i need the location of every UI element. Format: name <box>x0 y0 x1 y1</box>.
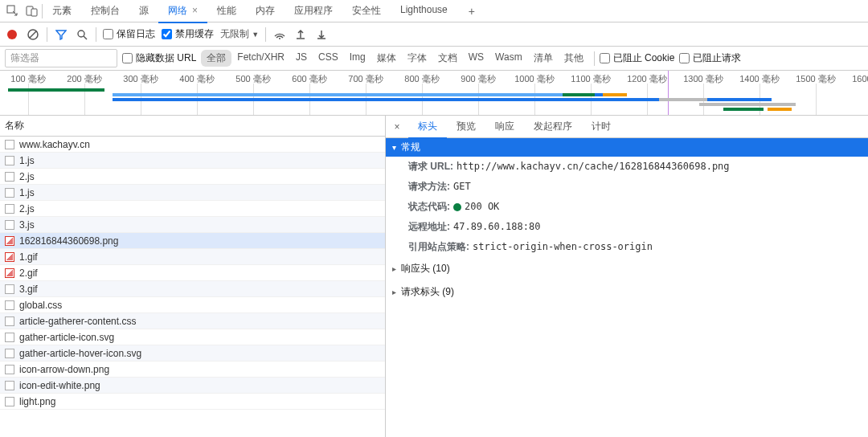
filter-chip-Wasm[interactable]: Wasm <box>489 50 528 67</box>
filter-chip-CSS[interactable]: CSS <box>313 50 344 67</box>
filter-chip-JS[interactable]: JS <box>290 50 313 67</box>
separator <box>265 27 266 42</box>
devtools-tab-源[interactable]: 源 <box>129 0 158 22</box>
details-tab-标头[interactable]: 标头 <box>408 115 447 138</box>
request-row[interactable]: www.kachayv.cn <box>0 137 385 153</box>
request-row[interactable]: icon-arrow-down.png <box>0 361 385 378</box>
network-filter-bar: 筛选器 隐藏数据 URL 全部Fetch/XHRJSCSSImg媒体字体文档WS… <box>0 47 868 71</box>
filter-chip-字体[interactable]: 字体 <box>402 50 432 67</box>
request-name: icon-edit-white.png <box>19 380 100 391</box>
filter-chip-媒体[interactable]: 媒体 <box>371 50 402 67</box>
column-header-name[interactable]: 名称 <box>0 116 385 137</box>
filter-chip-全部[interactable]: 全部 <box>201 50 231 67</box>
filter-chip-其他[interactable]: 其他 <box>559 50 589 67</box>
disable-cache-checkbox[interactable]: 禁用缓存 <box>162 27 214 41</box>
devtools-tabs-bar: 元素控制台源网络×性能内存应用程序安全性Lighthouse + <box>0 0 868 22</box>
devtools-tab-Lighthouse[interactable]: Lighthouse <box>391 0 457 22</box>
file-type-icon <box>5 317 14 326</box>
chevron-down-icon: ▼ <box>252 31 259 39</box>
devtools-tab-性能[interactable]: 性能 <box>207 0 246 22</box>
request-list-pane: 名称 www.kachayv.cn1.js2.js1.js2.js3.js162… <box>0 116 386 437</box>
request-row[interactable]: 3.gif <box>0 281 385 297</box>
separator <box>594 51 595 66</box>
separator <box>47 27 47 42</box>
request-name: 3.gif <box>19 284 38 295</box>
request-row[interactable]: gather-article-hover-icon.svg <box>0 345 385 361</box>
filter-chip-Img[interactable]: Img <box>344 50 371 67</box>
close-details-button[interactable]: × <box>386 121 408 133</box>
request-name: 3.js <box>19 219 35 231</box>
request-row[interactable]: 1.js <box>0 153 385 169</box>
details-tab-响应[interactable]: 响应 <box>485 115 524 138</box>
filter-chip-清单[interactable]: 清单 <box>528 50 559 67</box>
file-type-icon <box>5 333 14 342</box>
devtools-tab-网络[interactable]: 网络× <box>158 0 207 22</box>
request-row[interactable]: 1.gif <box>0 249 385 265</box>
filter-input[interactable]: 筛选器 <box>5 49 117 67</box>
network-split-view: 名称 www.kachayv.cn1.js2.js1.js2.js3.js162… <box>0 116 868 437</box>
request-row[interactable]: 2.js <box>0 201 385 217</box>
details-tab-预览[interactable]: 预览 <box>447 115 485 138</box>
record-button[interactable] <box>5 27 19 42</box>
disable-cache-label: 禁用缓存 <box>175 27 214 41</box>
devtools-tab-安全性[interactable]: 安全性 <box>342 0 391 22</box>
details-tab-发起程序[interactable]: 发起程序 <box>524 115 582 138</box>
filter-chip-Fetch/XHR[interactable]: Fetch/XHR <box>231 50 290 67</box>
request-row[interactable]: gather-article-icon.svg <box>0 329 385 345</box>
timeline-bar <box>603 93 627 96</box>
preserve-log-checkbox[interactable]: 保留日志 <box>103 27 155 41</box>
request-headers-section[interactable]: 请求标头 (9) <box>386 280 868 304</box>
file-type-icon <box>5 252 14 262</box>
request-name: 2.js <box>19 171 35 182</box>
request-row[interactable]: 1.js <box>0 185 385 201</box>
details-tab-计时[interactable]: 计时 <box>582 115 620 138</box>
request-row[interactable]: icon-edit-white.png <box>0 378 385 394</box>
devtools-tab-控制台[interactable]: 控制台 <box>81 0 129 22</box>
timeline-bar <box>768 108 792 111</box>
blocked-cookies-checkbox[interactable]: 已阻止 Cookie <box>600 51 675 65</box>
devtools-tab-应用程序[interactable]: 应用程序 <box>285 0 342 22</box>
device-toggle-icon[interactable] <box>24 3 40 19</box>
clear-icon[interactable] <box>26 27 40 42</box>
timeline-overview[interactable]: 100 毫秒200 毫秒300 毫秒400 毫秒500 毫秒600 毫秒700 … <box>0 71 868 116</box>
close-tab-icon[interactable]: × <box>192 5 198 16</box>
svg-line-4 <box>30 31 36 38</box>
filter-chip-WS[interactable]: WS <box>463 50 489 67</box>
request-row[interactable]: global.css <box>0 297 385 313</box>
timeline-tick: 700 毫秒 <box>338 71 394 87</box>
request-name: light.png <box>19 396 55 407</box>
request-name: gather-article-icon.svg <box>19 332 114 343</box>
timeline-tick: 1300 毫秒 <box>675 71 731 87</box>
request-details-pane: × 标头预览响应发起程序计时 常规 请求 URL:http://www.kach… <box>386 116 868 437</box>
search-icon[interactable] <box>75 27 89 42</box>
devtools-tab-内存[interactable]: 内存 <box>246 0 285 22</box>
timeline-tick: 200 毫秒 <box>56 71 113 87</box>
request-name: 2.gif <box>19 268 38 279</box>
request-row[interactable]: article-gatherer-content.css <box>0 313 385 329</box>
request-method-row: 请求方法:GET <box>386 177 868 197</box>
request-name: 2.js <box>19 203 35 214</box>
filter-icon[interactable] <box>54 27 68 42</box>
request-row[interactable]: light.png <box>0 394 385 410</box>
request-rows: www.kachayv.cn1.js2.js1.js2.js3.js162816… <box>0 137 385 437</box>
hide-data-urls-checkbox[interactable]: 隐藏数据 URL <box>122 51 196 65</box>
separator <box>96 27 96 42</box>
import-icon[interactable] <box>314 27 329 42</box>
filter-chip-文档[interactable]: 文档 <box>432 50 463 67</box>
devtools-tab-元素[interactable]: 元素 <box>43 0 81 22</box>
response-headers-section[interactable]: 响应头 (10) <box>386 257 868 280</box>
network-conditions-icon[interactable] <box>272 27 287 42</box>
request-row[interactable]: 3.js <box>0 217 385 233</box>
throttling-select[interactable]: 无限制 ▼ <box>220 27 259 41</box>
request-row[interactable]: 2.js <box>0 169 385 185</box>
export-icon[interactable] <box>293 27 308 42</box>
timeline-bar <box>563 93 595 96</box>
general-section-header[interactable]: 常规 <box>386 138 868 157</box>
request-name: gather-article-hover-icon.svg <box>19 348 141 359</box>
blocked-requests-checkbox[interactable]: 已阻止请求 <box>679 51 741 65</box>
details-tabs-bar: × 标头预览响应发起程序计时 <box>386 116 868 138</box>
request-row[interactable]: 162816844360698.png <box>0 233 385 249</box>
inspect-icon[interactable] <box>5 3 21 19</box>
request-row[interactable]: 2.gif <box>0 265 385 281</box>
add-tab-icon[interactable]: + <box>464 3 480 19</box>
